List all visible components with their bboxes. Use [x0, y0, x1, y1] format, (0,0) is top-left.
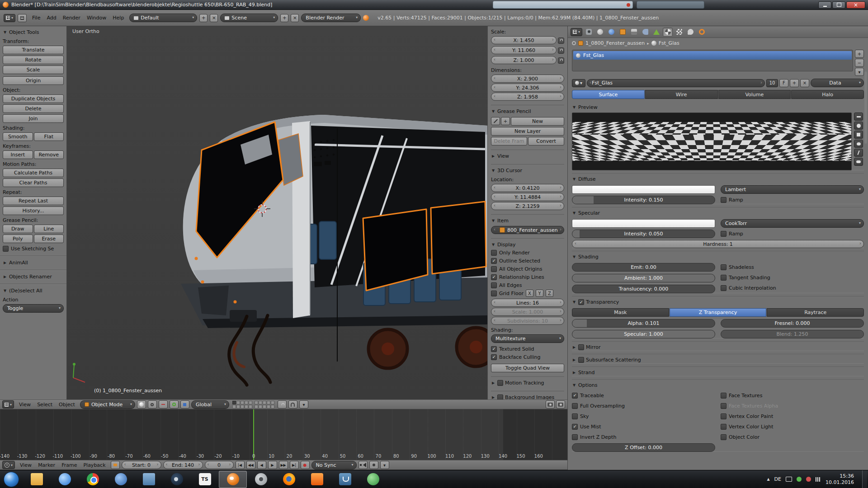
history-button[interactable]: History... [3, 206, 64, 215]
emit-slider[interactable]: Emit: 0.00 [572, 263, 715, 272]
specular-shader-dropdown[interactable]: CookTorr [721, 219, 864, 228]
manipulator-translate-toggle[interactable] [159, 400, 168, 408]
minimize-button[interactable] [818, 1, 831, 9]
scale-z-field[interactable]: Z: 1.000 [491, 56, 557, 64]
blend-slider[interactable]: Blend: 1.250 [721, 330, 864, 338]
tab-world-icon[interactable] [606, 28, 616, 37]
monitor-tray-icon[interactable] [786, 477, 792, 482]
material-slot-list[interactable]: Fst_Glas [572, 50, 853, 71]
sync-mode-dropdown[interactable]: No Sync [311, 461, 357, 469]
vertex-color-paint-checkbox[interactable] [721, 413, 726, 419]
maximize-button[interactable] [832, 1, 845, 9]
preview-cube-button[interactable] [854, 131, 863, 139]
insert-keyframe-button[interactable]: Insert [3, 150, 33, 159]
screen-layout-selector[interactable]: Default [129, 14, 197, 22]
sss-checkbox[interactable] [578, 357, 584, 363]
menu-item[interactable]: Help [109, 15, 127, 21]
tab-modifiers-icon[interactable] [640, 28, 650, 37]
ambient-slider[interactable]: Ambient: 1.000 [572, 274, 715, 282]
new-layer-button[interactable]: New Layer [491, 127, 564, 136]
grid-axis-x-button[interactable]: X [526, 290, 533, 297]
tab-material-icon[interactable] [663, 28, 673, 37]
calculate-paths-button[interactable]: Calculate Paths [3, 169, 64, 177]
play-button[interactable] [268, 461, 277, 469]
shading-mode-dropdown[interactable]: Multitexture [491, 334, 564, 343]
object-color-checkbox[interactable] [721, 434, 726, 440]
mode-dropdown[interactable]: Object Mode [80, 400, 135, 409]
translate-button[interactable]: Translate [3, 46, 64, 54]
taskbar-app-firefox[interactable] [275, 471, 303, 488]
unlink-material-button[interactable]: × [800, 79, 809, 87]
dim-z-field[interactable]: Z: 1.958 [491, 93, 564, 101]
viewport-shading-dropdown[interactable] [137, 400, 146, 408]
shading-panel-header[interactable]: Shading [572, 253, 864, 261]
convert-button[interactable]: Convert [528, 137, 564, 145]
material-slot-selected[interactable]: Fst_Glas [573, 51, 852, 60]
repeat-last-button[interactable]: Repeat Last [3, 197, 64, 205]
add-screen-button[interactable] [199, 14, 208, 22]
taskbar-app-green[interactable] [359, 471, 387, 488]
scale-y-field[interactable]: Y: 11.060 [491, 46, 557, 54]
pin-icon[interactable] [572, 41, 576, 45]
snap-element-dropdown[interactable]: ▾ [299, 400, 308, 408]
scene-selector[interactable]: Scene [220, 14, 278, 22]
start-button[interactable] [4, 472, 19, 487]
background-images-panel-header[interactable]: Background Images [491, 394, 564, 399]
motion-tracking-checkbox[interactable] [497, 380, 503, 386]
mirror-checkbox[interactable] [578, 344, 584, 350]
origin-button[interactable]: Origin [3, 76, 64, 85]
grease-pencil-panel-header[interactable]: Grease Pencil [491, 108, 564, 115]
diffuse-ramp-checkbox[interactable] [721, 197, 726, 203]
properties-scrollbar[interactable] [864, 71, 867, 144]
grid-scale-field[interactable]: Scale: 1.000 [491, 308, 564, 316]
fresnel-slider[interactable]: Fresnel: 0.000 [721, 319, 864, 328]
lock-scale-y-icon[interactable] [558, 47, 564, 54]
editor-type-timeline-button[interactable] [2, 461, 15, 469]
grid-axis-y-button[interactable]: Y [536, 290, 543, 297]
taskbar-app-steam[interactable] [163, 471, 191, 488]
view-panel-header[interactable]: View [491, 152, 564, 160]
gp-line-button[interactable]: Line [34, 225, 64, 233]
show-desktop-button[interactable] [862, 470, 867, 488]
diffuse-shader-dropdown[interactable]: Lambert [721, 185, 864, 194]
cursor-y-field[interactable]: Y: 11.4884 [491, 193, 564, 201]
tab-halo[interactable]: Halo [791, 90, 864, 99]
translucency-slider[interactable]: Translucency: 0.000 [572, 285, 715, 293]
pencil-icon[interactable] [491, 117, 500, 125]
material-link-dropdown[interactable]: Data [811, 79, 864, 87]
diffuse-panel-header[interactable]: Diffuse [572, 175, 864, 183]
update-tray-icon[interactable] [797, 477, 802, 482]
tab-scene-icon[interactable] [595, 28, 605, 37]
manipulator-rotate-toggle[interactable] [170, 400, 179, 408]
jump-to-start-button[interactable] [236, 461, 245, 469]
specular-color-swatch[interactable] [572, 219, 715, 228]
render-opengl-still-button[interactable] [546, 400, 555, 408]
toggle-quad-view-button[interactable]: Toggle Quad View [491, 364, 564, 372]
lock-scale-x-icon[interactable] [558, 38, 564, 44]
window-layout-icon[interactable] [18, 14, 27, 22]
transform-orientation-dropdown[interactable]: Global [191, 400, 229, 409]
taskbar-app-blender[interactable] [219, 471, 247, 488]
menu-item[interactable]: View [17, 462, 35, 468]
add-scene-button[interactable] [280, 14, 288, 22]
use-mist-checkbox[interactable] [572, 424, 578, 430]
objects-renamer-panel-header[interactable]: Objects Renamer [3, 273, 64, 281]
pivot-point-dropdown[interactable] [148, 400, 157, 408]
menu-item[interactable]: Frame [58, 462, 80, 468]
item-panel-header[interactable]: Item [491, 217, 564, 225]
deselect-all-panel-header[interactable]: (De)select All [3, 287, 64, 295]
textured-solid-checkbox[interactable] [491, 346, 497, 352]
taskbar-app-settings[interactable] [247, 471, 275, 488]
duplicate-objects-button[interactable]: Duplicate Objects [3, 94, 64, 103]
tab-surface[interactable]: Surface [572, 90, 645, 99]
tab-object-data-icon[interactable] [651, 28, 661, 37]
new-material-button[interactable]: + [790, 79, 799, 87]
timeline-editor[interactable]: -140-130-120-110-100-90-80-70-60-50-40-3… [0, 409, 567, 460]
use-preview-range-toggle[interactable] [111, 461, 120, 469]
delete-button[interactable]: Delete [3, 104, 64, 113]
language-indicator[interactable]: DE [774, 476, 781, 482]
preview-flat-button[interactable] [854, 113, 863, 121]
audio-scrubbing-toggle[interactable] [359, 461, 368, 469]
display-panel-header[interactable]: Display [491, 241, 564, 249]
delete-screen-button[interactable] [210, 14, 218, 22]
